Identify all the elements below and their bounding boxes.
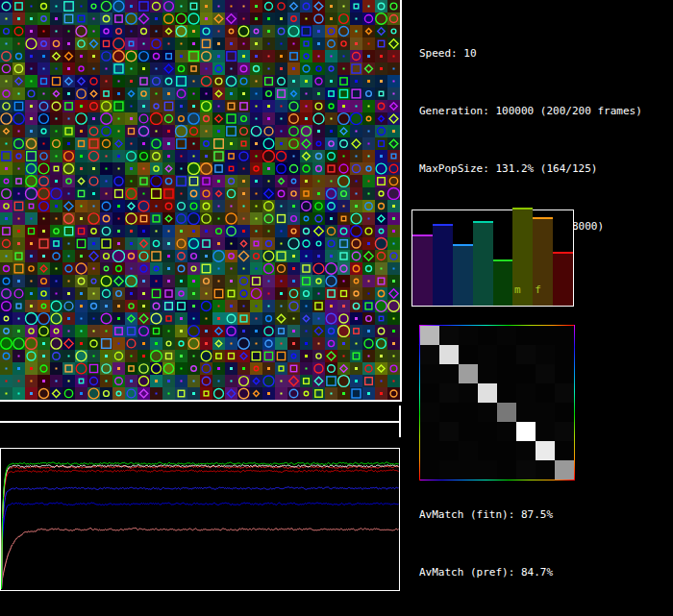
metrics-history-canvas <box>1 449 399 590</box>
status-maxpopsize: MaxPopSize: 131.2% (164/125) <box>419 160 642 179</box>
population-grid-panel <box>0 0 402 402</box>
heatmap-cell <box>459 422 478 441</box>
heatmap-cell <box>439 422 459 441</box>
heatmap-cell <box>459 345 478 364</box>
heatmap-rainbow-border <box>419 325 575 326</box>
heatmap-cell <box>420 422 439 441</box>
heatmap-cell <box>555 345 574 364</box>
bar-top-stripe <box>533 217 553 219</box>
heatmap-cell <box>478 422 497 441</box>
species-bars <box>412 210 573 306</box>
heatmap-cell <box>516 364 536 383</box>
heatmap-cell <box>478 460 497 480</box>
bar-purple <box>412 234 433 306</box>
population-grid-canvas[interactable] <box>0 0 400 400</box>
heatmap-cell <box>536 364 555 383</box>
heatmap-cell <box>420 364 439 383</box>
heatmap-cell <box>497 403 516 422</box>
heatmap-cell <box>555 364 574 383</box>
heatmap-cell <box>497 383 516 403</box>
heatmap-cell <box>516 345 536 364</box>
heatmap-cell <box>420 383 439 403</box>
bar-top-stripe <box>412 234 433 236</box>
heatmap-cell <box>497 441 516 460</box>
heatmap-cell <box>555 326 574 345</box>
heatmap-cell <box>497 460 516 480</box>
heatmap-cell <box>459 383 478 403</box>
heatmap-cell <box>478 403 497 422</box>
status-generation: Generation: 100000 (200/200 frames) <box>419 102 642 121</box>
heatmap-cell <box>439 345 459 364</box>
heatmap-cell <box>516 441 536 460</box>
heatmap-cell <box>536 383 555 403</box>
heatmap-cells <box>420 326 574 480</box>
assortment-heatmap <box>419 325 575 480</box>
heatmap-cell <box>439 441 459 460</box>
metrics-history-chart <box>0 448 400 591</box>
heatmap-cell <box>420 460 439 480</box>
heatmap-cell <box>536 441 555 460</box>
heatmap-cell <box>420 345 439 364</box>
bar-azure <box>453 244 473 306</box>
male-female-label: m f <box>514 283 545 296</box>
heatmap-cell <box>439 403 459 422</box>
bar-top-stripe <box>512 208 533 209</box>
heatmap-cell <box>439 460 459 480</box>
heatmap-cell <box>459 460 478 480</box>
status-avmatch-fitn: AvMatch (fitn): 87.5% <box>419 505 642 525</box>
heatmap-cell <box>536 403 555 422</box>
heatmap-cell <box>478 364 497 383</box>
heatmap-cell <box>555 460 574 480</box>
heatmap-cell <box>439 364 459 383</box>
heatmap-cell <box>497 364 516 383</box>
bar-red <box>553 252 573 306</box>
heatmap-cell <box>516 422 536 441</box>
app-window: { "window": { "width": 700, "height": 64… <box>0 0 673 616</box>
heatmap-cell <box>516 403 536 422</box>
bar-top-stripe <box>493 259 513 261</box>
heatmap-rainbow-border <box>574 325 575 480</box>
heatmap-cell <box>536 422 555 441</box>
heatmap-rainbow-border <box>419 325 420 480</box>
heatmap-cell <box>420 441 439 460</box>
species-bar-chart: m f <box>411 209 574 307</box>
heatmap-cell <box>555 422 574 441</box>
heatmap-cell <box>497 422 516 441</box>
heatmap-cell <box>516 460 536 480</box>
heatmap-cell <box>459 364 478 383</box>
heatmap-cell <box>459 441 478 460</box>
heatmap-cell <box>478 345 497 364</box>
heatmap-cell <box>439 326 459 345</box>
bar-top-stripe <box>433 224 453 226</box>
heatmap-cell <box>478 441 497 460</box>
bar-blue <box>433 224 453 306</box>
heatmap-cell <box>478 383 497 403</box>
bar-top-stripe <box>553 252 573 254</box>
bar-top-stripe <box>453 244 473 246</box>
heatmap-cell <box>555 441 574 460</box>
heatmap-cell <box>497 345 516 364</box>
status-avmatch-pref: AvMatch (pref): 84.7% <box>419 563 642 582</box>
heatmap-cell <box>497 326 516 345</box>
heatmap-cell <box>536 345 555 364</box>
heatmap-cell <box>459 326 478 345</box>
heatmap-cell <box>516 383 536 403</box>
heatmap-cell <box>516 326 536 345</box>
heatmap-cell <box>459 403 478 422</box>
frame-slider-track[interactable] <box>0 421 401 423</box>
heatmap-cell <box>555 403 574 422</box>
heatmap-cell <box>478 326 497 345</box>
heatmap-cell <box>536 326 555 345</box>
bar-teal <box>473 221 493 306</box>
heatmap-cell <box>420 403 439 422</box>
bar-top-stripe <box>473 221 493 223</box>
heatmap-cell <box>439 383 459 403</box>
heatmap-cell <box>420 326 439 345</box>
bar-green <box>493 259 513 307</box>
frame-slider-thumb[interactable] <box>399 406 401 437</box>
heatmap-cell <box>536 460 555 480</box>
heatmap-rainbow-border <box>419 480 575 480</box>
status-speed: Speed: 10 <box>419 44 642 63</box>
heatmap-cell <box>555 383 574 403</box>
